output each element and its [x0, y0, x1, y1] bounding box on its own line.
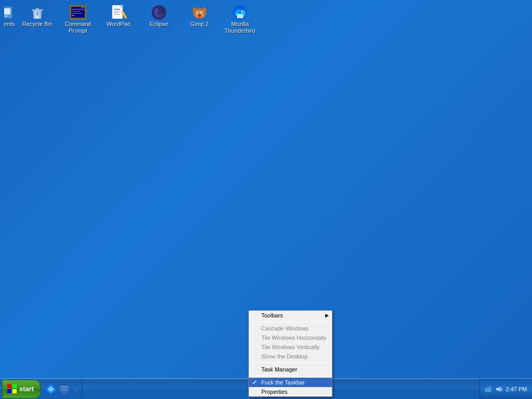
- svg-rect-8: [72, 9, 84, 10]
- start-label: start: [19, 385, 34, 393]
- system-tray: 2:47 PM: [480, 379, 532, 399]
- svg-rect-22: [114, 14, 121, 15]
- tray-network-icon[interactable]: [484, 385, 493, 393]
- svg-rect-51: [60, 386, 69, 387]
- command-prompt-icon: [70, 4, 86, 21]
- svg-point-37: [198, 16, 201, 19]
- svg-marker-57: [496, 387, 500, 392]
- svg-rect-21: [114, 12, 119, 13]
- desktop-icon-command-prompt[interactable]: CommandPrompt: [60, 2, 96, 36]
- eclipse-icon: [151, 4, 167, 21]
- menu-separator-2: [250, 363, 331, 363]
- svg-rect-4: [36, 8, 39, 10]
- command-prompt-label: CommandPrompt: [65, 21, 91, 34]
- menu-item-properties[interactable]: Properties: [249, 387, 332, 396]
- svg-rect-9: [72, 11, 80, 12]
- gimp-label: Gimp 2: [190, 21, 208, 28]
- svg-rect-10: [72, 13, 82, 14]
- menu-item-tile-vertical[interactable]: Tile Windows Vertically: [249, 342, 332, 352]
- svg-point-40: [242, 11, 243, 12]
- menu-item-cascade[interactable]: Cascade Windows: [249, 324, 332, 333]
- recycle-bin-icon: [29, 4, 46, 21]
- menu-item-show-desktop[interactable]: Show the Desktop: [249, 352, 332, 361]
- quick-launch-bar: »: [43, 379, 82, 399]
- desktop-icons-container: ents: [0, 0, 262, 38]
- svg-rect-54: [485, 388, 487, 392]
- menu-item-lock-taskbar[interactable]: Fuck the Taskbar: [249, 378, 332, 387]
- desktop-icon-recycle-bin[interactable]: Recycle Bin: [20, 2, 55, 36]
- menu-item-task-manager[interactable]: Task Manager: [249, 365, 332, 374]
- svg-rect-56: [489, 386, 491, 392]
- svg-point-36: [198, 14, 201, 16]
- svg-rect-15: [70, 18, 86, 20]
- wordpad-label: WordPad: [107, 21, 130, 28]
- svg-rect-52: [62, 392, 66, 393]
- desktop-icon-thunderbird[interactable]: MozillaThunderbird: [222, 2, 258, 36]
- thunderbird-label: MozillaThunderbird: [224, 21, 255, 34]
- svg-rect-11: [72, 15, 74, 16]
- svg-rect-2: [4, 16, 7, 17]
- svg-rect-17: [85, 5, 86, 20]
- svg-rect-42: [7, 384, 11, 388]
- svg-point-27: [155, 9, 158, 12]
- svg-rect-45: [12, 389, 17, 393]
- menu-separator-3: [250, 376, 331, 376]
- svg-rect-16: [70, 5, 71, 20]
- partial-icon-label: ents: [4, 21, 15, 28]
- partial-icon-img: [4, 4, 15, 21]
- desktop: ents: [0, 0, 532, 378]
- system-clock[interactable]: 2:47 PM: [505, 386, 528, 392]
- svg-rect-19: [114, 9, 120, 10]
- gimp-icon: [191, 4, 208, 21]
- desktop-icon-wordpad[interactable]: WordPad: [101, 2, 136, 36]
- quick-launch-divider: »: [73, 384, 78, 394]
- svg-rect-1: [4, 8, 10, 15]
- tray-volume-icon[interactable]: [495, 385, 503, 393]
- taskbar-context-menu: Toolbars Cascade Windows Tile Windows Ho…: [248, 310, 332, 397]
- svg-rect-43: [12, 384, 17, 388]
- recycle-bin-label: Recycle Bin: [22, 21, 52, 28]
- svg-rect-14: [70, 5, 86, 7]
- quick-launch-show-desktop-icon[interactable]: [58, 383, 71, 395]
- svg-rect-12: [81, 7, 84, 8]
- desktop-icon-partial[interactable]: ents: [4, 2, 15, 36]
- svg-rect-44: [7, 389, 11, 393]
- svg-point-34: [197, 12, 198, 13]
- start-button-area: start: [0, 379, 43, 399]
- wordpad-icon: [110, 4, 127, 21]
- svg-rect-53: [61, 393, 68, 394]
- thunderbird-icon: [232, 4, 248, 21]
- eclipse-label: Eclipse: [150, 21, 168, 28]
- windows-logo-icon: [7, 384, 17, 394]
- svg-point-35: [201, 12, 202, 13]
- desktop-icon-eclipse[interactable]: Eclipse: [141, 2, 177, 36]
- menu-item-tile-horizontal[interactable]: Tile Windows Horizontally: [249, 333, 332, 342]
- start-button[interactable]: start: [2, 380, 41, 398]
- menu-separator-1: [250, 322, 331, 322]
- svg-rect-55: [487, 387, 489, 392]
- desktop-icon-gimp2[interactable]: Gimp 2: [182, 2, 217, 36]
- svg-rect-20: [114, 11, 121, 11]
- quick-launch-browser-icon[interactable]: [45, 383, 57, 395]
- menu-item-toolbars[interactable]: Toolbars: [249, 311, 332, 320]
